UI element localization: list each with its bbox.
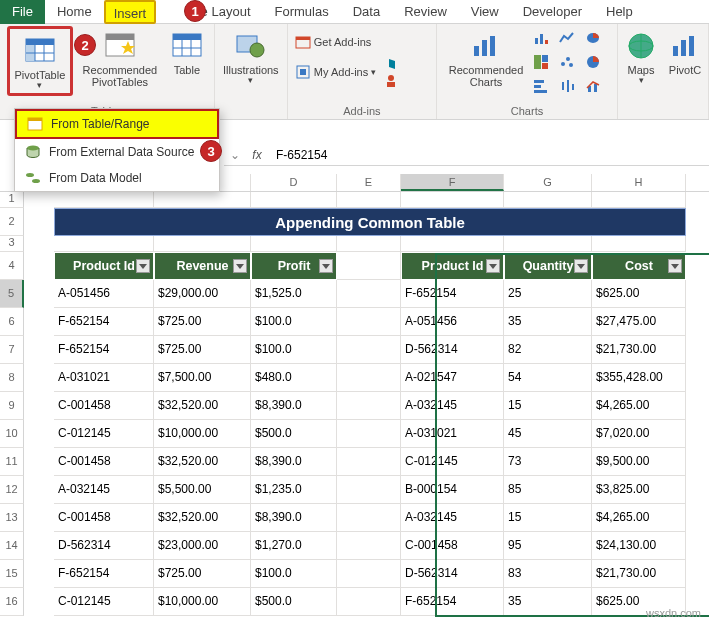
tab-data[interactable]: Data — [341, 0, 392, 24]
bar-chart-icon[interactable] — [533, 78, 549, 94]
row-7[interactable]: 7 — [0, 336, 24, 364]
combo-chart-icon[interactable] — [585, 78, 601, 94]
t2-cost[interactable]: $24,130.00 — [592, 532, 686, 560]
row-2[interactable]: 2 — [0, 208, 24, 236]
column-chart-icon[interactable] — [533, 30, 549, 46]
fx-icon[interactable]: fx — [246, 148, 268, 162]
row-15[interactable]: 15 — [0, 560, 24, 588]
t2-qty[interactable]: 95 — [504, 532, 592, 560]
t2-cost[interactable]: $21,730.00 — [592, 560, 686, 588]
t2-pid[interactable]: D-562314 — [401, 560, 504, 588]
treemap-icon[interactable] — [533, 54, 549, 70]
t2-pid[interactable]: A-031021 — [401, 420, 504, 448]
get-addins-button[interactable]: Get Add-ins — [292, 32, 432, 52]
t1-rev[interactable]: $7,500.00 — [154, 364, 251, 392]
row-10[interactable]: 10 — [0, 420, 24, 448]
pie-3d-icon[interactable] — [585, 30, 601, 46]
t1-profit[interactable]: $100.0 — [251, 336, 337, 364]
filter-icon[interactable] — [233, 259, 247, 273]
t1-pid[interactable]: C-012145 — [54, 588, 154, 616]
t1-rev[interactable]: $10,000.00 — [154, 588, 251, 616]
formula-value[interactable]: F-652154 — [268, 148, 327, 162]
row-8[interactable]: 8 — [0, 364, 24, 392]
t2-pid[interactable]: A-051456 — [401, 308, 504, 336]
t2-qty[interactable]: 83 — [504, 560, 592, 588]
t1-pid[interactable]: A-051456 — [54, 280, 154, 308]
t2-pid[interactable]: A-032145 — [401, 392, 504, 420]
pivotchart-button[interactable]: PivotC — [666, 26, 704, 76]
t1-pid[interactable]: F-652154 — [54, 560, 154, 588]
t1-pid[interactable]: A-032145 — [54, 476, 154, 504]
t1-profit[interactable]: $480.0 — [251, 364, 337, 392]
t1-profit[interactable]: $1,270.0 — [251, 532, 337, 560]
t1-rev[interactable]: $725.00 — [154, 308, 251, 336]
t2-cost[interactable]: $355,428.00 — [592, 364, 686, 392]
t2-cost[interactable]: $27,475.00 — [592, 308, 686, 336]
t1-rev[interactable]: $32,520.00 — [154, 448, 251, 476]
col-G[interactable]: G — [504, 174, 592, 191]
scatter-chart-icon[interactable] — [559, 54, 575, 70]
row-3[interactable]: 3 — [0, 236, 24, 252]
t2-qty[interactable]: 54 — [504, 364, 592, 392]
t2-cost[interactable]: $9,500.00 — [592, 448, 686, 476]
row-11[interactable]: 11 — [0, 448, 24, 476]
t2-cost[interactable]: $625.00 — [592, 280, 686, 308]
my-addins-button[interactable]: My Add-ins ▾ — [292, 55, 379, 89]
t1-hdr-profit[interactable]: Profit — [251, 252, 337, 280]
t2-pid[interactable]: A-021547 — [401, 364, 504, 392]
row-5[interactable]: 5 — [0, 280, 24, 308]
from-external-item[interactable]: From External Data Source — [15, 139, 219, 165]
illustrations-button[interactable]: Illustrations ▾ — [219, 26, 283, 86]
maps-button[interactable]: Maps ▾ — [622, 26, 660, 86]
t1-pid[interactable]: A-031021 — [54, 364, 154, 392]
t2-pid[interactable]: C-001458 — [401, 532, 504, 560]
t1-pid[interactable]: F-652154 — [54, 308, 154, 336]
t2-qty[interactable]: 25 — [504, 280, 592, 308]
t1-profit[interactable]: $100.0 — [251, 308, 337, 336]
t2-cost[interactable]: $21,730.00 — [592, 336, 686, 364]
t2-cost[interactable]: $4,265.00 — [592, 504, 686, 532]
people-graph-icon[interactable] — [383, 73, 399, 89]
row-13[interactable]: 13 — [0, 504, 24, 532]
t1-rev[interactable]: $32,520.00 — [154, 392, 251, 420]
t1-profit[interactable]: $500.0 — [251, 420, 337, 448]
t2-hdr-pid[interactable]: Product Id — [401, 252, 504, 280]
stock-chart-icon[interactable] — [559, 78, 575, 94]
t2-pid[interactable]: F-652154 — [401, 280, 504, 308]
filter-icon[interactable] — [668, 259, 682, 273]
tab-insert[interactable]: Insert — [104, 0, 157, 24]
bing-maps-icon[interactable] — [383, 55, 399, 71]
t2-pid[interactable]: A-032145 — [401, 504, 504, 532]
t2-pid[interactable]: C-012145 — [401, 448, 504, 476]
t2-qty[interactable]: 73 — [504, 448, 592, 476]
table-button[interactable]: Table — [167, 26, 207, 76]
pie-chart-icon[interactable] — [585, 54, 601, 70]
filter-icon[interactable] — [136, 259, 150, 273]
t1-pid[interactable]: C-001458 — [54, 392, 154, 420]
from-table-range-item[interactable]: From Table/Range — [15, 109, 219, 139]
tab-review[interactable]: Review — [392, 0, 459, 24]
tab-view[interactable]: View — [459, 0, 511, 24]
col-F[interactable]: F — [401, 174, 504, 191]
filter-icon[interactable] — [574, 259, 588, 273]
t2-qty[interactable]: 35 — [504, 308, 592, 336]
t1-pid[interactable]: D-562314 — [54, 532, 154, 560]
t1-rev[interactable]: $23,000.00 — [154, 532, 251, 560]
t2-cost[interactable]: $4,265.00 — [592, 392, 686, 420]
t1-hdr-pid[interactable]: Product Id — [54, 252, 154, 280]
t2-qty[interactable]: 82 — [504, 336, 592, 364]
t2-pid[interactable]: F-652154 — [401, 588, 504, 616]
t2-qty[interactable]: 35 — [504, 588, 592, 616]
row-12[interactable]: 12 — [0, 476, 24, 504]
t1-rev[interactable]: $725.00 — [154, 336, 251, 364]
t2-hdr-cost[interactable]: Cost — [592, 252, 686, 280]
row-4[interactable]: 4 — [0, 252, 24, 280]
tab-file[interactable]: File — [0, 0, 45, 24]
t1-profit[interactable]: $1,235.0 — [251, 476, 337, 504]
tab-developer[interactable]: Developer — [511, 0, 594, 24]
t2-qty[interactable]: 15 — [504, 392, 592, 420]
t1-pid[interactable]: F-652154 — [54, 336, 154, 364]
t1-rev[interactable]: $32,520.00 — [154, 504, 251, 532]
t2-pid[interactable]: B-000154 — [401, 476, 504, 504]
recommended-charts-button[interactable]: Recommended Charts — [445, 26, 527, 88]
